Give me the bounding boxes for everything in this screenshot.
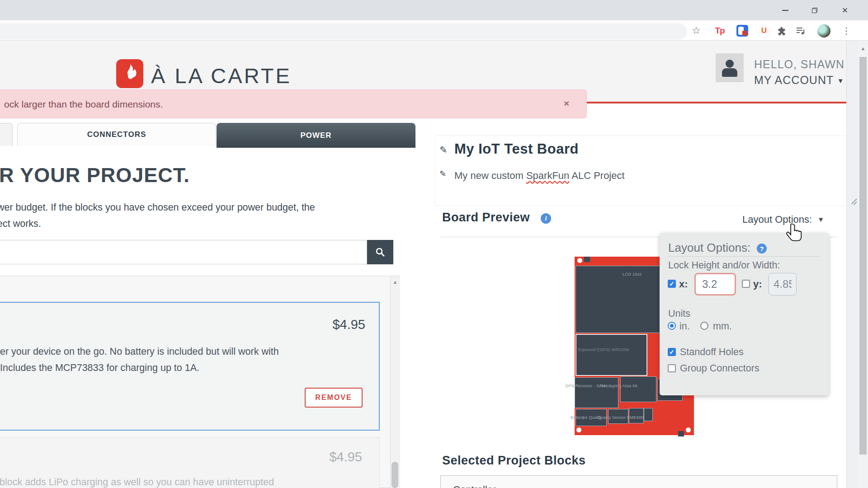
- address-bar[interactable]: [0, 23, 687, 40]
- sparkfun-logo[interactable]: [116, 59, 143, 88]
- window-minimize-button[interactable]: [772, 0, 798, 20]
- list-scrollbar-thumb[interactable]: [392, 462, 398, 488]
- x-lock-checkbox[interactable]: ✓: [668, 280, 676, 288]
- search-icon: [375, 247, 386, 258]
- extensions-puzzle-icon[interactable]: [775, 23, 789, 38]
- app-root: × ☆ Tp U ⋮ ▲ À LA CARTE HELLO, SHAWN MY …: [0, 0, 868, 488]
- help-icon[interactable]: ?: [757, 244, 767, 253]
- units-mm-label: mm.: [713, 321, 732, 332]
- popup-title: Layout Options:: [668, 241, 750, 255]
- y-dimension-input[interactable]: [769, 273, 797, 296]
- board-block-proto[interactable]: [620, 376, 656, 402]
- board-block-lcd[interactable]: [576, 266, 660, 333]
- list-scrollbar[interactable]: [390, 276, 400, 488]
- shield-lock-extension-icon[interactable]: [735, 23, 750, 38]
- greeting-text: HELLO, SHAWN: [754, 58, 844, 71]
- standoff-hole: [686, 427, 691, 432]
- selected-block-item: Controller: [453, 484, 496, 488]
- y-lock-checkbox[interactable]: [742, 280, 750, 288]
- my-account-dropdown[interactable]: MY ACCOUNT ▼: [754, 74, 844, 87]
- block-label-lcd: LCD 16x2: [623, 272, 642, 277]
- standoff-hole: [576, 427, 581, 432]
- alert-close-button[interactable]: ×: [564, 98, 569, 109]
- flame-icon: [121, 63, 139, 84]
- units-in-radio[interactable]: [668, 322, 676, 330]
- y-label: y:: [753, 278, 762, 290]
- profile-avatar[interactable]: [816, 23, 831, 38]
- selected-block-card: $4.95 er your device on the go. No batte…: [0, 302, 380, 431]
- layout-options-popup: Layout Options: ? Lock Height and/or Wid…: [660, 233, 829, 395]
- page-title: R YOUR PROJECT.: [0, 164, 190, 187]
- logo-wordmark[interactable]: À LA CARTE: [151, 63, 292, 88]
- u-extension-icon[interactable]: U: [757, 23, 771, 38]
- x-dimension-input[interactable]: [694, 273, 736, 296]
- chevron-down-icon: ▼: [817, 216, 824, 223]
- window-restore-button[interactable]: [802, 0, 828, 20]
- x-label: x:: [679, 278, 688, 290]
- standoff-holes-checkbox[interactable]: ✓: [668, 348, 676, 356]
- units-label: Units: [668, 308, 690, 319]
- resize-grip-icon[interactable]: [850, 197, 858, 205]
- info-icon[interactable]: i: [541, 213, 551, 224]
- board-pad: [584, 257, 590, 262]
- person-icon: [722, 59, 737, 77]
- playlist-extension-icon[interactable]: [793, 23, 808, 38]
- scrollbar-up-arrow[interactable]: ▲: [858, 46, 868, 51]
- remove-button[interactable]: REMOVE: [305, 388, 363, 408]
- chevron-down-icon: ▼: [837, 77, 844, 84]
- block-label-proto: Prototyping Area 68: [599, 383, 637, 388]
- block-price: $4.95: [332, 317, 365, 332]
- selected-blocks-heading: Selected Project Blocks: [442, 454, 586, 468]
- block-description-line1: er your device on the go. No battery is …: [0, 346, 279, 357]
- project-title[interactable]: My IoT Test Board: [454, 141, 579, 157]
- popup-divider: [668, 256, 820, 257]
- intro-line-2: ect works.: [0, 218, 41, 230]
- restore-icon: [812, 8, 817, 13]
- block-label-bme680: Quality Sensor BME680: [598, 415, 643, 420]
- board-preview-heading: Board Preview: [442, 211, 530, 225]
- next-block-card: $4.95 block adds LiPo charging as well s…: [0, 437, 380, 488]
- tab-power[interactable]: POWER: [217, 123, 415, 148]
- search-button[interactable]: [367, 240, 393, 264]
- group-connectors-checkbox[interactable]: [668, 364, 676, 372]
- lock-dimensions-label: Lock Height and/or Width:: [668, 260, 780, 271]
- close-icon: ×: [842, 5, 848, 15]
- list-scrollbar-up-arrow[interactable]: ▲: [390, 279, 400, 285]
- selected-blocks-panel: Controller: [440, 475, 837, 488]
- spellcheck-word: SparkFun: [526, 170, 569, 181]
- project-subtitle[interactable]: My new custom SparkFun ALC Project: [454, 170, 625, 182]
- window-close-button[interactable]: ×: [832, 0, 858, 20]
- block-description-line2: Includes the MCP73833 for charging up to…: [0, 362, 199, 374]
- page-background-gap: [846, 41, 858, 488]
- units-mm-radio[interactable]: [700, 322, 708, 330]
- units-in-label: in.: [679, 321, 690, 332]
- board-block-small-3[interactable]: [644, 408, 653, 421]
- kebab-menu-icon: ⋮: [842, 25, 851, 36]
- account-avatar-box[interactable]: [716, 53, 744, 82]
- tab-partial-offscreen[interactable]: [0, 123, 13, 146]
- block-price: $4.95: [329, 450, 362, 465]
- browser-menu-button[interactable]: ⋮: [839, 23, 854, 38]
- search-input[interactable]: [0, 240, 367, 264]
- standoff-hole: [577, 258, 582, 263]
- shield-icon: [736, 25, 748, 37]
- block-label-esp32: Espressif ESP32 WROOM: [578, 347, 629, 352]
- alert-message: ock larger than the board dimensions.: [4, 99, 163, 110]
- bookmark-star-icon[interactable]: ☆: [689, 23, 703, 38]
- edit-subtitle-pencil-icon[interactable]: ✎: [439, 169, 446, 179]
- edit-title-pencil-icon[interactable]: ✎: [439, 145, 448, 155]
- layout-options-trigger[interactable]: Layout Options: ▼: [742, 214, 824, 225]
- mouse-cursor-hand: [785, 222, 804, 244]
- window-scrollbar-thumb[interactable]: [859, 57, 867, 455]
- board-block-gps[interactable]: [575, 377, 618, 408]
- block-description-line1: block adds LiPo charging as well so you …: [0, 477, 274, 488]
- tp-extension-icon[interactable]: Tp: [712, 23, 727, 38]
- standoff-holes-label: Standoff Holes: [680, 347, 744, 358]
- minimize-icon: [782, 10, 788, 11]
- window-titlebar[interactable]: [0, 0, 868, 20]
- error-alert-banner: ock larger than the board dimensions. ×: [0, 89, 587, 118]
- tab-connectors[interactable]: CONNECTORS: [17, 123, 216, 146]
- board-pad: [678, 431, 684, 436]
- board-block-esp32[interactable]: [576, 334, 647, 376]
- group-connectors-label: Group Connectors: [680, 363, 760, 374]
